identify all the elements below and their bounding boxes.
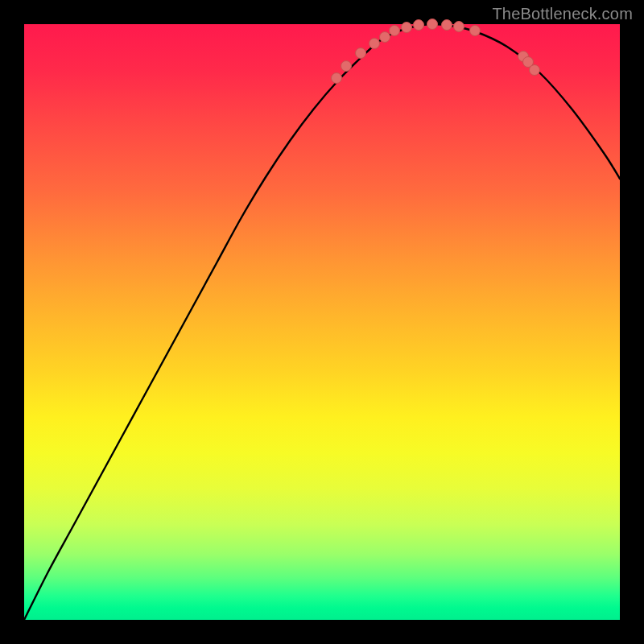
chart-markers: [332, 19, 540, 84]
watermark-text: TheBottleneck.com: [492, 5, 633, 23]
chart-svg: [24, 24, 620, 620]
curve-marker: [390, 26, 400, 36]
curve-marker: [341, 61, 352, 72]
curve-marker: [427, 19, 438, 30]
curve-marker: [442, 20, 452, 31]
curve-path: [24, 24, 620, 620]
curve-marker: [369, 39, 380, 49]
curve-marker: [470, 26, 481, 36]
curve-marker: [454, 22, 464, 32]
chart-stage: TheBottleneck.com: [0, 0, 644, 644]
curve-marker: [380, 32, 390, 43]
curve-marker: [332, 73, 342, 84]
curve-marker: [530, 65, 540, 76]
curve-marker: [356, 48, 366, 59]
chart-curve: [24, 24, 620, 620]
curve-marker: [414, 20, 424, 31]
chart-plot-area: [24, 24, 620, 620]
curve-marker: [402, 23, 412, 33]
